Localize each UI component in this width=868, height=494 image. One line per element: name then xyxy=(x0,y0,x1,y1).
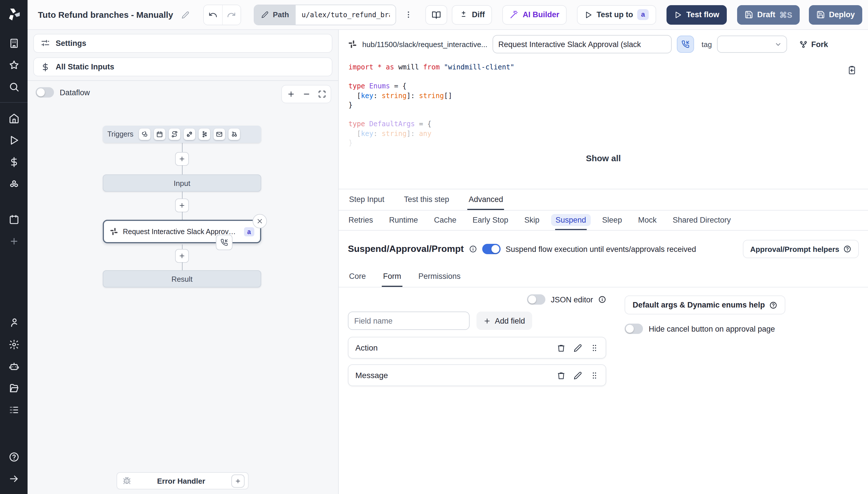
draft-button[interactable]: Draft ⌘S xyxy=(737,5,800,24)
delete-step-button[interactable] xyxy=(253,214,267,228)
runs-play-icon[interactable] xyxy=(0,129,27,151)
subtab-cache[interactable]: Cache xyxy=(433,211,457,230)
variables-dollar-icon[interactable] xyxy=(0,151,27,173)
insert-step-plus-button[interactable] xyxy=(175,152,189,166)
result-node[interactable]: Result xyxy=(103,270,261,287)
docs-book-button[interactable] xyxy=(425,5,447,24)
kafka-trigger-icon[interactable] xyxy=(199,129,210,140)
step-summary-input[interactable] xyxy=(493,35,672,53)
tab-permissions[interactable]: Permissions xyxy=(417,266,462,287)
edit-title-pencil-icon[interactable] xyxy=(181,11,189,19)
favorites-star-icon[interactable] xyxy=(0,54,27,76)
windmill-logo-icon[interactable] xyxy=(6,7,21,22)
drag-handle-icon[interactable] xyxy=(590,343,599,352)
subtab-mock[interactable]: Mock xyxy=(638,211,657,230)
form-field-row[interactable]: Action xyxy=(348,337,606,359)
form-config-area: JSON editor Add field xyxy=(339,287,868,392)
show-all-code-button[interactable]: Show all xyxy=(583,153,624,164)
info-icon[interactable] xyxy=(469,245,477,253)
folders-icon[interactable] xyxy=(0,377,27,399)
default-args-help-button[interactable]: Default args & Dynamic enums help xyxy=(625,296,786,315)
hide-cancel-toggle[interactable] xyxy=(625,324,643,334)
path-input[interactable] xyxy=(296,5,395,24)
subtab-shared-directory[interactable]: Shared Directory xyxy=(672,211,732,230)
slack-approval-step-node[interactable]: Request Interactive Slack Approval (... … xyxy=(103,220,261,243)
suspend-enabled-toggle[interactable] xyxy=(482,244,501,254)
copy-clipboard-icon[interactable] xyxy=(844,65,860,75)
schedules-calendar-icon[interactable] xyxy=(0,208,27,230)
tag-label: tag xyxy=(702,40,712,49)
webhook-trigger-icon[interactable] xyxy=(139,129,151,140)
search-icon[interactable] xyxy=(0,76,27,97)
all-static-inputs-button[interactable]: All Static Inputs xyxy=(33,57,332,76)
tab-step-input[interactable]: Step Input xyxy=(348,189,386,210)
schedule-trigger-icon[interactable] xyxy=(154,129,166,140)
workspace-icon[interactable] xyxy=(0,32,27,54)
fit-view-button[interactable] xyxy=(314,86,330,102)
settings-gear-icon[interactable] xyxy=(0,334,27,355)
dataflow-toggle-row: Dataflow xyxy=(36,87,90,97)
suspend-phone-incoming-button[interactable] xyxy=(677,36,694,53)
ai-builder-button[interactable]: AI Builder xyxy=(503,5,567,24)
hub-script-path[interactable]: hub/11500/slack/request_interactive... xyxy=(362,40,487,49)
insert-step-plus-button[interactable] xyxy=(175,249,189,263)
input-node[interactable]: Input xyxy=(103,174,261,192)
undo-button[interactable] xyxy=(204,5,222,24)
flow-settings-button[interactable]: Settings xyxy=(33,34,332,53)
help-icon[interactable] xyxy=(0,446,27,468)
tab-form[interactable]: Form xyxy=(382,266,402,287)
trash-icon[interactable] xyxy=(557,343,566,352)
ai-bot-icon[interactable] xyxy=(0,355,27,377)
hide-cancel-row: Hide cancel button on approval page xyxy=(625,324,786,334)
poll-trigger-icon[interactable] xyxy=(229,129,240,140)
subtab-suspend[interactable]: Suspend xyxy=(555,211,587,230)
http-route-trigger-icon[interactable] xyxy=(169,129,181,140)
expand-sidebar-arrow-icon[interactable] xyxy=(0,468,27,489)
subtab-retries[interactable]: Retries xyxy=(348,211,374,230)
resources-boxes-icon[interactable] xyxy=(0,173,27,194)
diff-button[interactable]: Diff xyxy=(452,5,492,24)
insert-step-plus-button[interactable] xyxy=(175,198,189,212)
zoom-out-button[interactable] xyxy=(298,86,314,102)
form-field-row[interactable]: Message xyxy=(348,364,606,386)
json-editor-row: JSON editor xyxy=(348,294,606,305)
deploy-button[interactable]: Deploy xyxy=(809,5,862,24)
drag-handle-icon[interactable] xyxy=(590,371,599,380)
add-plus-icon[interactable] xyxy=(0,230,27,252)
add-error-handler-button[interactable] xyxy=(232,474,244,488)
subtab-sleep[interactable]: Sleep xyxy=(602,211,623,230)
tab-advanced[interactable]: Advanced xyxy=(467,189,504,210)
json-editor-toggle[interactable] xyxy=(527,294,546,305)
info-icon[interactable] xyxy=(598,296,606,304)
diff-icon xyxy=(459,10,468,19)
error-handler-node[interactable]: Error Handler xyxy=(116,472,248,489)
test-flow-button[interactable]: Test flow xyxy=(667,5,727,24)
trash-icon[interactable] xyxy=(557,371,566,380)
step-node-label: Request Interactive Slack Approval (... xyxy=(123,228,239,235)
approval-prompt-helpers-button[interactable]: Approval/Prompt helpers xyxy=(742,240,859,258)
redo-button[interactable] xyxy=(222,5,241,24)
more-options-kebab-icon[interactable] xyxy=(401,5,416,24)
json-editor-label: JSON editor xyxy=(551,295,593,304)
tab-test-this-step[interactable]: Test this step xyxy=(403,189,450,210)
tab-core[interactable]: Core xyxy=(348,266,367,287)
content-row: Settings All Static Inputs Dataflow xyxy=(27,30,868,494)
test-up-to-button[interactable]: Test up to a xyxy=(577,5,657,24)
add-field-button[interactable]: Add field xyxy=(477,311,532,330)
home-icon[interactable] xyxy=(0,107,27,129)
edit-pencil-icon[interactable] xyxy=(573,343,582,352)
apps-list-icon[interactable] xyxy=(0,399,27,421)
subtab-skip[interactable]: Skip xyxy=(524,211,540,230)
edit-pencil-icon[interactable] xyxy=(573,371,582,380)
fork-button[interactable]: Fork xyxy=(796,39,832,49)
tag-select[interactable] xyxy=(717,36,787,53)
dataflow-toggle[interactable] xyxy=(36,87,54,97)
email-trigger-icon[interactable] xyxy=(214,129,225,140)
websocket-trigger-icon[interactable] xyxy=(184,129,196,140)
subtab-early-stop[interactable]: Early Stop xyxy=(472,211,509,230)
subtab-runtime[interactable]: Runtime xyxy=(389,211,419,230)
code-preview[interactable]: import * as wmill from "windmill-client"… xyxy=(339,58,868,189)
user-icon[interactable] xyxy=(0,311,27,334)
zoom-in-button[interactable] xyxy=(283,86,298,102)
field-name-input[interactable] xyxy=(348,311,469,330)
